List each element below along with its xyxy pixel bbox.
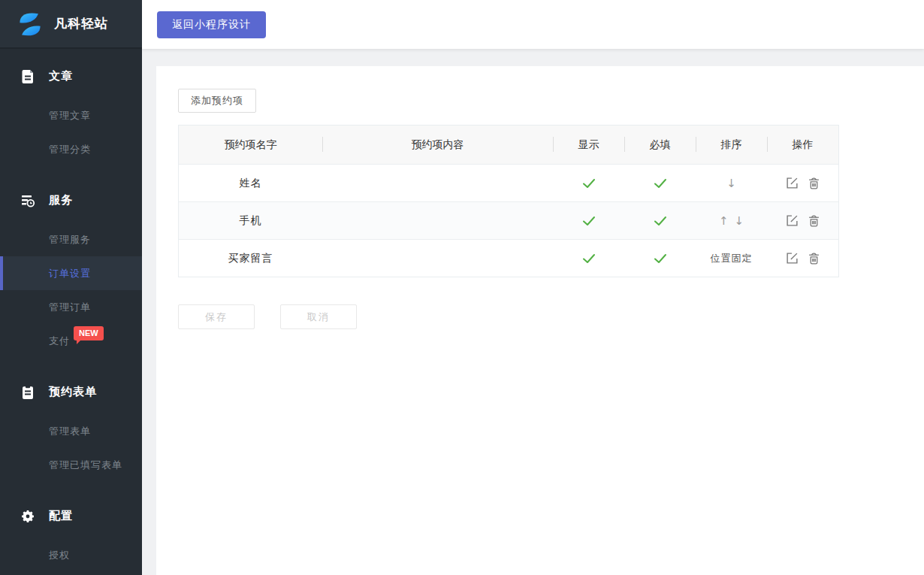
sidebar-section-header-booking-forms[interactable]: 预约表单 (0, 375, 142, 409)
cell-sort: 位置固定 (696, 240, 767, 277)
sidebar-section-header-articles[interactable]: 文章 (0, 59, 142, 93)
col-header-show: 显示 (553, 126, 624, 164)
form-icon (20, 385, 35, 400)
check-icon (654, 178, 667, 189)
col-header-item-content: 预约项内容 (322, 126, 553, 164)
topbar: 返回小程序设计 (142, 0, 924, 49)
cell-operations (767, 202, 838, 239)
gear-icon (20, 509, 35, 524)
cell-required (624, 202, 696, 239)
booking-items-table: 预约项名字 预约项内容 显示 必填 排序 操作 姓名 ↓ (178, 125, 839, 277)
back-to-miniprogram-button[interactable]: 返回小程序设计 (157, 11, 266, 38)
check-icon (582, 253, 596, 264)
delete-icon[interactable] (808, 214, 820, 227)
sort-down-icon[interactable]: ↓ (732, 214, 747, 228)
sidebar-item-manage-articles[interactable]: 管理文章 (0, 98, 142, 132)
cell-required (624, 165, 696, 201)
sidebar-section-services: 服务 管理服务 订单设置 管理订单 支付 NEW (0, 183, 142, 358)
section-label: 服务 (49, 193, 73, 207)
sidebar-item-manage-services[interactable]: 管理服务 (0, 222, 142, 256)
cell-show (553, 165, 624, 201)
delete-icon[interactable] (808, 252, 820, 265)
delete-icon[interactable] (808, 177, 820, 189)
cell-show (553, 202, 624, 239)
sidebar-section-header-config[interactable]: 配置 (0, 499, 142, 533)
sidebar-section-booking-forms: 预约表单 管理表单 管理已填写表单 (0, 375, 142, 482)
new-badge: NEW (74, 326, 104, 340)
cell-item-name: 姓名 (179, 165, 322, 201)
form-actions: 保存 取消 (178, 304, 924, 329)
cell-sort: ↓ (696, 165, 767, 201)
cell-item-content (322, 202, 553, 239)
section-label: 预约表单 (49, 385, 97, 399)
sidebar-item-manage-submitted-forms[interactable]: 管理已填写表单 (0, 448, 142, 482)
col-header-operations: 操作 (767, 126, 838, 164)
logo-area: 凡科轻站 (0, 0, 142, 49)
section-label: 文章 (49, 69, 73, 83)
sort-fixed-label: 位置固定 (711, 252, 753, 265)
table-row: 姓名 ↓ (179, 164, 838, 201)
save-button[interactable]: 保存 (178, 304, 255, 329)
service-icon (20, 193, 35, 208)
sidebar-item-manage-forms[interactable]: 管理表单 (0, 414, 142, 448)
cell-operations (767, 165, 838, 201)
cell-show (553, 240, 624, 277)
table-row: 手机 ↑ ↓ (179, 201, 838, 239)
app-title: 凡科轻站 (54, 15, 108, 32)
edit-icon[interactable] (786, 177, 799, 189)
sidebar-item-payment-label: 支付 (49, 335, 70, 347)
sidebar: 凡科轻站 文章 管理文章 管理分类 (0, 0, 142, 575)
sidebar-item-authorization[interactable]: 授权 (0, 538, 142, 572)
add-booking-item-button[interactable]: 添加预约项 (178, 89, 256, 113)
cell-required (624, 240, 696, 277)
check-icon (654, 216, 667, 226)
section-label: 配置 (49, 509, 73, 523)
edit-icon[interactable] (786, 214, 799, 227)
article-icon (20, 69, 35, 84)
col-header-item-name: 预约项名字 (179, 126, 322, 164)
col-header-sort: 排序 (696, 126, 767, 164)
sort-down-icon[interactable]: ↓ (723, 177, 739, 190)
cancel-button[interactable]: 取消 (280, 304, 357, 329)
sidebar-section-header-services[interactable]: 服务 (0, 183, 142, 217)
check-icon (582, 216, 596, 226)
brand-logo-icon (15, 9, 45, 39)
cell-item-name: 买家留言 (179, 240, 322, 277)
cell-item-content (322, 165, 553, 201)
cell-operations (767, 240, 838, 277)
sidebar-item-order-settings[interactable]: 订单设置 (0, 256, 142, 290)
sidebar-nav: 文章 管理文章 管理分类 服务 管理服务 订单设置 管理订单 支付 (0, 49, 142, 572)
table-header-row: 预约项名字 预约项内容 显示 必填 排序 操作 (179, 126, 838, 164)
sidebar-item-manage-orders[interactable]: 管理订单 (0, 290, 142, 324)
check-icon (582, 178, 596, 189)
cell-sort: ↑ ↓ (696, 202, 767, 239)
sidebar-item-manage-categories[interactable]: 管理分类 (0, 132, 142, 166)
cell-item-name: 手机 (179, 202, 322, 239)
check-icon (654, 253, 667, 264)
table-row: 买家留言 位置固定 (179, 239, 838, 277)
sidebar-item-payment[interactable]: 支付 NEW (0, 324, 142, 358)
sidebar-section-config: 配置 授权 (0, 499, 142, 572)
edit-icon[interactable] (786, 252, 799, 265)
cell-item-content (322, 240, 553, 277)
sidebar-section-articles: 文章 管理文章 管理分类 (0, 59, 142, 166)
sort-up-icon[interactable]: ↑ (716, 214, 732, 228)
col-header-required: 必填 (624, 126, 696, 164)
content-panel: 添加预约项 预约项名字 预约项内容 显示 必填 排序 操作 姓名 ↓ (156, 66, 924, 575)
